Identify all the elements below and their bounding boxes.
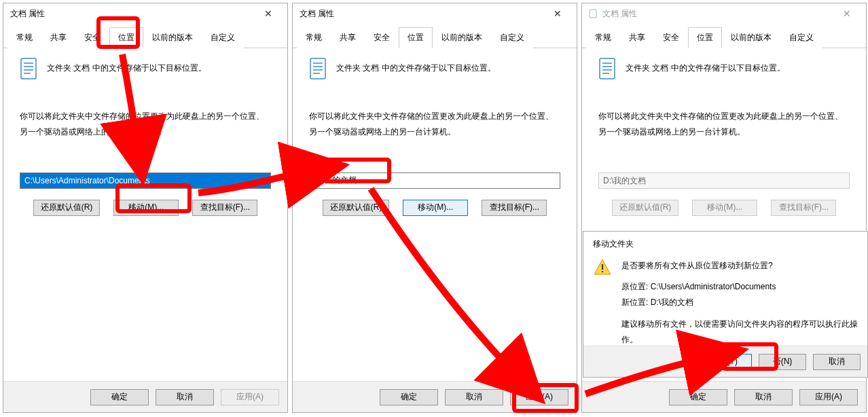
cancel-button[interactable]: 取消 [156,389,214,405]
apply-button[interactable]: 应用(A) [510,389,568,405]
svg-rect-2 [590,10,596,18]
app-icon [589,9,598,18]
tab-security[interactable]: 安全 [654,27,688,48]
tab-location[interactable]: 位置 [109,27,143,48]
tabs: 常规 共享 安全 位置 以前的版本 自定义 [582,24,866,48]
tab-location[interactable]: 位置 [688,27,722,48]
move-button[interactable]: 移动(M)... [403,200,468,216]
restore-button: 还原默认值(R) [612,200,679,216]
confirm-advice: 建议移动所有文件，以便需要访问文件夹内容的程序可以执行此操作。 [621,316,858,348]
svg-rect-4 [602,264,603,270]
close-icon[interactable]: ✕ [544,3,571,24]
svg-rect-0 [21,58,36,79]
location-desc: 文件夹 文档 中的文件存储于以下目标位置。 [47,58,206,76]
warning-icon [593,258,612,277]
document-icon [598,58,617,83]
cancel-button[interactable]: 取消 [734,389,793,405]
document-icon [20,58,39,83]
dialog-title: 文档 属性 [10,8,255,20]
tab-custom[interactable]: 自定义 [202,27,244,48]
confirm-old-path: 原位置: C:\Users\Administrator\Documents [621,279,858,295]
tab-custom[interactable]: 自定义 [491,27,533,48]
tab-previous[interactable]: 以前的版本 [433,27,491,48]
move-confirm-dialog: 移动文件夹 是否要将所有文件从原位置移动到新位置? 原位置: C:\Users\… [583,231,868,378]
tab-general[interactable]: 常规 [297,27,331,48]
svg-rect-1 [310,58,325,79]
tab-share[interactable]: 共享 [331,27,365,48]
cancel-button[interactable]: 取消 [445,389,503,405]
location-desc: 文件夹 文档 中的文件存储于以下目标位置。 [626,58,785,76]
restore-button[interactable]: 还原默认值(R) [323,200,390,216]
document-icon [309,58,328,83]
dialog-title: 文档 属性 [300,8,544,20]
location-para: 你可以将此文件夹中文件存储的位置更改为此硬盘上的另一个位置、另一个驱动器或网络上… [309,109,560,140]
svg-rect-5 [602,271,603,272]
tab-previous[interactable]: 以前的版本 [722,27,780,48]
path-input: D:\我的文档 [598,173,850,189]
close-icon[interactable]: ✕ [255,3,282,24]
tab-previous[interactable]: 以前的版本 [143,27,202,48]
path-input[interactable] [309,173,560,189]
find-target-button: 查找目标(F)... [771,200,836,216]
ok-button[interactable]: 确定 [90,389,149,405]
tab-share[interactable]: 共享 [620,27,654,48]
move-button[interactable]: 移动(M)... [113,200,179,216]
no-button[interactable]: 否(N) [759,354,806,370]
dialog-title: 文档 属性 [602,8,833,20]
path-input[interactable] [20,173,271,189]
find-target-button[interactable]: 查找目标(F)... [192,200,257,216]
cancel-button[interactable]: 取消 [813,354,861,370]
tab-security[interactable]: 安全 [365,27,399,48]
apply-button: 应用(A) [221,389,279,405]
tab-share[interactable]: 共享 [41,27,75,48]
tab-general[interactable]: 常规 [586,27,620,48]
ok-button[interactable]: 确定 [380,389,438,405]
yes-button[interactable]: 是(Y) [704,354,752,370]
tabs: 常规 共享 安全 位置 以前的版本 自定义 [293,24,577,48]
ok-button[interactable]: 确定 [669,389,727,405]
tabs: 常规 共享 安全 位置 以前的版本 自定义 [3,24,287,48]
find-target-button[interactable]: 查找目标(F)... [482,200,547,216]
move-button: 移动(M)... [692,200,757,216]
confirm-title: 移动文件夹 [583,232,867,253]
tab-location[interactable]: 位置 [399,27,433,48]
tab-custom[interactable]: 自定义 [780,27,822,48]
location-desc: 文件夹 文档 中的文件存储于以下目标位置。 [336,58,496,76]
confirm-new-path: 新位置: D:\我的文档 [621,295,858,310]
tab-general[interactable]: 常规 [7,27,41,48]
location-para: 你可以将此文件夹中文件存储的位置更改为此硬盘上的另一个位置、另一个驱动器或网络上… [598,109,850,140]
svg-rect-3 [600,58,615,79]
restore-button[interactable]: 还原默认值(R) [33,200,101,216]
apply-button[interactable]: 应用(A) [799,389,858,405]
location-para: 你可以将此文件夹中文件存储的位置更改为此硬盘上的另一个位置、另一个驱动器或网络上… [20,109,271,140]
tab-security[interactable]: 安全 [75,27,109,48]
confirm-question: 是否要将所有文件从原位置移动到新位置? [621,258,858,274]
close-icon[interactable]: ✕ [833,3,861,24]
